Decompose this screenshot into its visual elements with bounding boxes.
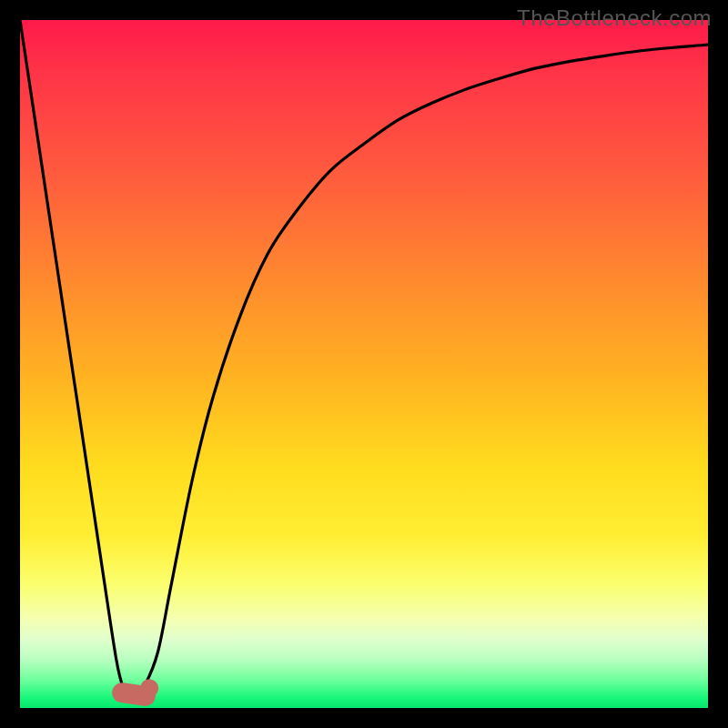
chart-frame: TheBottleneck.com — [0, 0, 728, 728]
plot-area — [20, 20, 708, 708]
bottleneck-curve — [20, 20, 708, 695]
curve-layer — [20, 20, 708, 708]
watermark-text: TheBottleneck.com — [517, 5, 712, 31]
